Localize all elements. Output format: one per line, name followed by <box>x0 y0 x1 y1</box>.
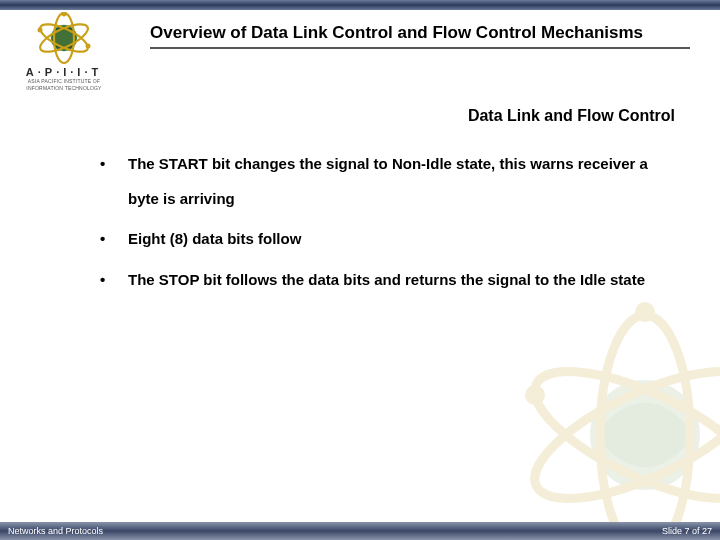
svg-point-12 <box>525 385 545 405</box>
subtitle: Data Link and Flow Control <box>0 95 720 125</box>
bullet-text: Eight (8) data bits follow <box>128 222 680 257</box>
logo-text: A·P·I·I·T <box>8 66 120 78</box>
bullet-item: • The START bit changes the signal to No… <box>96 147 680 216</box>
top-gradient-bar <box>0 0 720 10</box>
svg-point-8 <box>590 380 700 490</box>
logo-subtext-1: ASIA PACIFIC INSTITUTE OF <box>8 79 120 85</box>
footer: Networks and Protocols Slide 7 of 27 <box>0 522 720 540</box>
footer-left: Networks and Protocols <box>8 526 103 536</box>
svg-point-13 <box>635 302 655 322</box>
bullet-item: • The STOP bit follows the data bits and… <box>96 263 680 298</box>
svg-point-6 <box>86 44 91 49</box>
footer-right: Slide 7 of 27 <box>662 526 712 536</box>
logo-block: A·P·I·I·T ASIA PACIFIC INSTITUTE OF INFO… <box>0 12 130 95</box>
svg-point-9 <box>518 346 720 524</box>
svg-point-10 <box>518 346 720 524</box>
bullet-marker: • <box>96 263 128 298</box>
svg-point-11 <box>600 315 690 540</box>
svg-point-5 <box>38 28 43 33</box>
bullet-text: The STOP bit follows the data bits and r… <box>128 263 680 298</box>
header: A·P·I·I·T ASIA PACIFIC INSTITUTE OF INFO… <box>0 10 720 95</box>
bullet-item: • Eight (8) data bits follow <box>96 222 680 257</box>
logo-subtext-2: INFORMATION TECHNOLOGY <box>8 86 120 92</box>
content: • The START bit changes the signal to No… <box>0 125 720 297</box>
bullet-marker: • <box>96 222 128 257</box>
background-atom-icon <box>510 300 720 540</box>
page-title: Overview of Data Link Control and Flow C… <box>150 22 690 49</box>
atom-logo-icon <box>34 12 94 64</box>
bullet-text: The START bit changes the signal to Non-… <box>128 147 680 216</box>
svg-point-7 <box>62 12 67 17</box>
bullet-marker: • <box>96 147 128 182</box>
title-block: Overview of Data Link Control and Flow C… <box>130 12 720 49</box>
